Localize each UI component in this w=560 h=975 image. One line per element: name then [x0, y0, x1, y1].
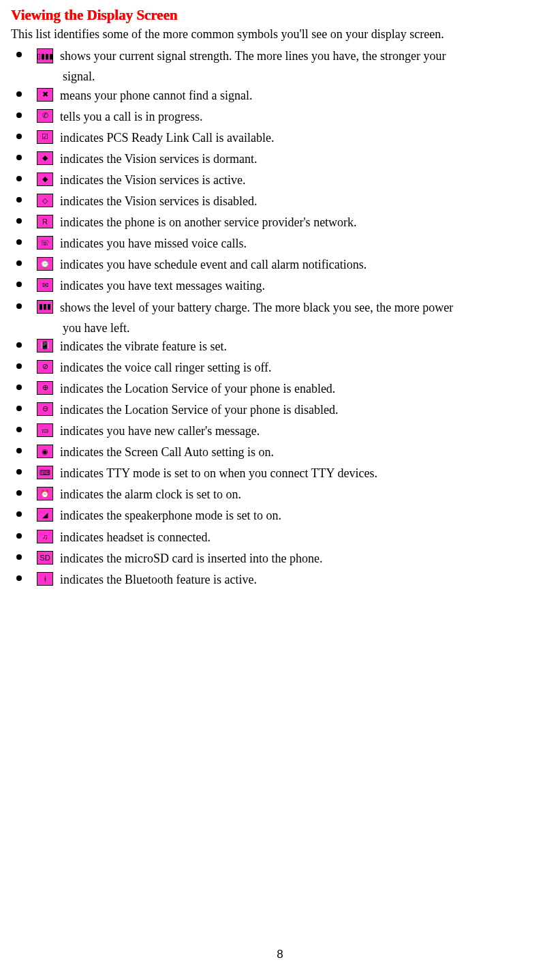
list-item: ᚼ indicates the Bluetooth feature is act… — [15, 570, 549, 588]
vibrate-icon: 📳 — [37, 339, 53, 352]
page-number: 8 — [0, 948, 560, 961]
bullet-icon — [16, 303, 22, 309]
bullet-icon — [16, 511, 22, 517]
list-item: R indicates the phone is on another serv… — [15, 213, 549, 231]
bullet-icon — [16, 448, 22, 453]
bullet-icon — [16, 406, 22, 411]
bullet-icon — [16, 342, 22, 348]
item-text: indicates PCS Ready Link Call is availab… — [60, 128, 274, 147]
list-item: 📳 indicates the vibrate feature is set. — [15, 337, 549, 355]
item-text: indicates the Vision services is active. — [60, 170, 246, 189]
bullet-icon — [16, 197, 22, 202]
list-item: ▭ indicates you have new caller's messag… — [15, 421, 549, 440]
section-heading: Viewing the Display Screen — [11, 7, 549, 24]
item-text-continuation: you have left. — [63, 319, 549, 337]
item-text: indicates the microSD card is inserted i… — [60, 549, 322, 567]
item-text: indicates you have text messages waiting… — [60, 276, 265, 295]
bullet-icon — [16, 363, 22, 369]
tty-icon: ⌨ — [37, 466, 53, 479]
alarm-clock-icon: ⏰ — [37, 487, 53, 500]
roaming-icon: R — [37, 215, 53, 228]
bullet-icon — [16, 52, 22, 57]
vision-disabled-icon: ◇ — [37, 194, 53, 207]
list-item: ✆ tells you a call is in progress. — [15, 107, 549, 125]
bluetooth-icon: ᚼ — [37, 572, 53, 586]
item-text: shows the level of your battery charge. … — [60, 298, 453, 316]
item-text: indicates TTY mode is set to on when you… — [60, 464, 377, 482]
bullet-icon — [16, 239, 22, 245]
no-signal-icon: ✖ — [37, 88, 53, 102]
bullet-icon — [16, 218, 22, 224]
bullet-icon — [16, 260, 22, 266]
bullet-icon — [16, 282, 22, 287]
schedule-alarm-icon: ⌚ — [37, 257, 53, 271]
list-item: ◢ indicates the speakerphone mode is set… — [15, 506, 549, 524]
list-item: ⊘ indicates the voice call ringer settin… — [15, 358, 549, 376]
list-item: ⏰ indicates the alarm clock is set to on… — [15, 485, 549, 503]
symbol-list: ▯▮▮▮ shows your current signal strength.… — [11, 46, 549, 588]
battery-icon: ▮▮▮ — [37, 300, 53, 314]
bullet-icon — [16, 575, 22, 581]
list-item: ☏ indicates you have missed voice calls. — [15, 234, 549, 252]
item-text: indicates the Location Service of your p… — [60, 379, 335, 397]
item-text: indicates headset is connected. — [60, 528, 211, 546]
list-item: ◉ indicates the Screen Call Auto setting… — [15, 442, 549, 461]
vision-active-icon: ◆ — [37, 172, 53, 186]
speakerphone-icon: ◢ — [37, 508, 53, 522]
bullet-icon — [16, 490, 22, 496]
text-message-icon: ✉ — [37, 278, 53, 292]
location-enabled-icon: ⊕ — [37, 381, 53, 395]
screen-call-auto-icon: ◉ — [37, 445, 53, 458]
ready-link-icon: ☑ — [37, 130, 53, 144]
item-text: indicates the voice call ringer setting … — [60, 358, 272, 376]
item-text: indicates the Screen Call Auto setting i… — [60, 442, 274, 461]
item-text: tells you a call is in progress. — [60, 107, 202, 125]
microsd-icon: SD — [37, 551, 53, 565]
ringer-off-icon: ⊘ — [37, 360, 53, 374]
bullet-icon — [16, 112, 22, 118]
missed-calls-icon: ☏ — [37, 236, 53, 250]
call-in-progress-icon: ✆ — [37, 109, 53, 123]
list-item: ⌚ indicates you have schedule event and … — [15, 255, 549, 273]
bullet-icon — [16, 385, 22, 390]
item-text: indicates the Vision services is disable… — [60, 192, 258, 210]
list-item: ✉ indicates you have text messages waiti… — [15, 276, 549, 295]
vision-dormant-icon: ◆ — [37, 151, 53, 165]
item-text: indicates the speakerphone mode is set t… — [60, 506, 281, 524]
list-item: ☑ indicates PCS Ready Link Call is avail… — [15, 128, 549, 147]
caller-message-icon: ▭ — [37, 423, 53, 437]
list-item: SD indicates the microSD card is inserte… — [15, 549, 549, 567]
location-disabled-icon: ⊖ — [37, 402, 53, 416]
item-text: indicates the Vision services is dormant… — [60, 149, 258, 168]
headset-icon: ♫ — [37, 530, 53, 543]
list-item: ⊕ indicates the Location Service of your… — [15, 379, 549, 397]
list-item: ◆ indicates the Vision services is dorma… — [15, 149, 549, 168]
bullet-icon — [16, 554, 22, 560]
list-item: ♫ indicates headset is connected. — [15, 528, 549, 546]
list-item: ▮▮▮ shows the level of your battery char… — [15, 298, 549, 316]
list-item: ◆ indicates the Vision services is activ… — [15, 170, 549, 189]
list-item: ⌨ indicates TTY mode is set to on when y… — [15, 464, 549, 482]
intro-text: This list identifies some of the more co… — [11, 27, 549, 42]
item-text: indicates you have missed voice calls. — [60, 234, 247, 252]
item-text: indicates the alarm clock is set to on. — [60, 485, 241, 503]
bullet-icon — [16, 134, 22, 139]
list-item: ✖ means your phone cannot find a signal. — [15, 86, 549, 104]
item-text: indicates the Bluetooth feature is activ… — [60, 570, 257, 588]
list-item: ▯▮▮▮ shows your current signal strength.… — [15, 46, 549, 65]
item-text: means your phone cannot find a signal. — [60, 86, 252, 104]
bullet-icon — [16, 155, 22, 160]
list-item: ◇ indicates the Vision services is disab… — [15, 192, 549, 210]
item-text: indicates you have new caller's message. — [60, 421, 260, 440]
bullet-icon — [16, 91, 22, 97]
item-text: indicates the vibrate feature is set. — [60, 337, 227, 355]
bullet-icon — [16, 176, 22, 181]
bullet-icon — [16, 469, 22, 475]
signal-strength-icon: ▯▮▮▮ — [37, 48, 53, 63]
item-text-continuation: signal. — [63, 68, 549, 85]
item-text: indicates the Location Service of your p… — [60, 400, 338, 419]
item-text: indicates the phone is on another servic… — [60, 213, 357, 231]
list-item: ⊖ indicates the Location Service of your… — [15, 400, 549, 419]
item-text: shows your current signal strength. The … — [60, 46, 446, 65]
bullet-icon — [16, 533, 22, 539]
